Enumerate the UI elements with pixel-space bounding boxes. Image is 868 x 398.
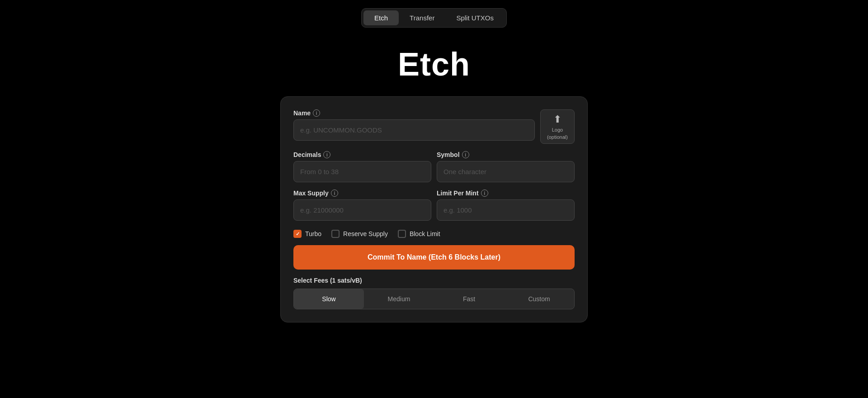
fees-options: Slow Medium Fast Custom [293, 289, 575, 309]
fee-fast[interactable]: Fast [434, 289, 504, 309]
tab-transfer[interactable]: Transfer [399, 10, 445, 25]
page-title: Etch [398, 46, 470, 83]
fee-custom[interactable]: Custom [504, 289, 574, 309]
name-info-icon[interactable]: i [313, 109, 320, 117]
block-limit-checkbox-item[interactable]: Block Limit [398, 230, 440, 238]
supply-mint-row: Max Supply i Limit Per Mint i [293, 190, 575, 221]
etch-form: Name i ⬆ Logo (optional) Decimals i Symb… [280, 96, 588, 322]
limit-per-mint-field-group: Limit Per Mint i [437, 190, 575, 221]
upload-icon: ⬆ [553, 114, 561, 125]
max-supply-info-icon[interactable]: i [331, 190, 338, 197]
block-limit-label: Block Limit [410, 230, 440, 237]
decimals-symbol-row: Decimals i Symbol i [293, 151, 575, 182]
reserve-supply-checkbox-item[interactable]: Reserve Supply [331, 230, 388, 238]
decimals-info-icon[interactable]: i [323, 151, 330, 158]
name-logo-row: Name i ⬆ Logo (optional) [293, 109, 575, 144]
nav-tabs: Etch Transfer Split UTXOs [361, 0, 507, 28]
decimals-field-group: Decimals i [293, 151, 431, 182]
limit-per-mint-info-icon[interactable]: i [481, 190, 488, 197]
symbol-info-icon[interactable]: i [462, 151, 469, 158]
checkboxes-row: Turbo Reserve Supply Block Limit [293, 230, 575, 238]
logo-upload-button[interactable]: ⬆ Logo (optional) [540, 109, 575, 144]
reserve-supply-label: Reserve Supply [343, 230, 388, 237]
block-limit-checkbox[interactable] [398, 230, 406, 238]
logo-label: Logo [552, 127, 563, 133]
max-supply-label: Max Supply i [293, 190, 431, 197]
turbo-checkbox[interactable] [293, 230, 302, 238]
turbo-checkbox-item[interactable]: Turbo [293, 230, 321, 238]
fee-slow[interactable]: Slow [294, 289, 364, 309]
decimals-input[interactable] [293, 161, 431, 182]
fees-section: Select Fees (1 sats/vB) Slow Medium Fast… [293, 277, 575, 309]
fees-label: Select Fees (1 sats/vB) [293, 277, 575, 284]
tab-etch[interactable]: Etch [363, 10, 399, 25]
turbo-label: Turbo [305, 230, 321, 237]
decimals-label: Decimals i [293, 151, 431, 158]
max-supply-field-group: Max Supply i [293, 190, 431, 221]
limit-per-mint-input[interactable] [437, 199, 575, 221]
limit-per-mint-label: Limit Per Mint i [437, 190, 575, 197]
name-label: Name i [293, 109, 535, 117]
name-field-group: Name i [293, 109, 535, 144]
symbol-label: Symbol i [437, 151, 575, 158]
commit-button[interactable]: Commit To Name (Etch 6 Blocks Later) [293, 245, 575, 270]
symbol-input[interactable] [437, 161, 575, 182]
fee-medium[interactable]: Medium [364, 289, 434, 309]
name-input[interactable] [293, 119, 535, 141]
tab-split-utxos[interactable]: Split UTXOs [445, 10, 505, 25]
reserve-supply-checkbox[interactable] [331, 230, 340, 238]
logo-optional-label: (optional) [547, 134, 568, 140]
max-supply-input[interactable] [293, 199, 431, 221]
symbol-field-group: Symbol i [437, 151, 575, 182]
